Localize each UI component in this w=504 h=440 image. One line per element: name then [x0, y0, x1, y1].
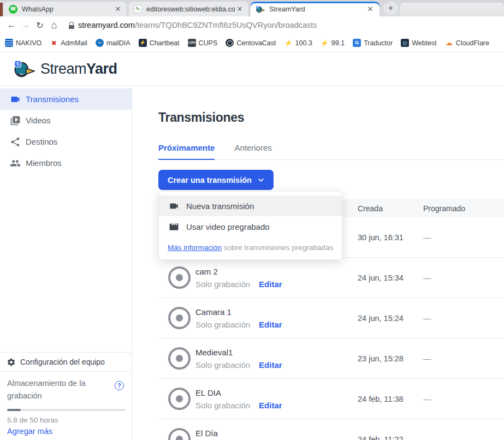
help-icon[interactable]: ?	[115, 381, 124, 390]
bookmark-label: CentovaCast	[236, 39, 276, 47]
created-cell: 24 feb, 11:38	[358, 395, 423, 403]
maildia-icon	[96, 39, 104, 47]
browser-tab-bar: WhatsApp editoresweb:sitioweb:eldia.co S…	[0, 0, 504, 16]
table-row[interactable]: Medieval1 Solo grabación Editar 23 jun, …	[158, 338, 504, 379]
broadcast-text: Camara 1 Solo grabación Editar	[195, 307, 282, 329]
url-path: /teams/TQDhBC9ZNTmft6z5UsQVRyon/broadcas…	[135, 21, 317, 29]
bookmark-item[interactable]: CentovaCast	[226, 39, 276, 47]
team-settings-button[interactable]: Configuración del equipo	[0, 352, 132, 371]
create-broadcast-button[interactable]: Crear una transmisión	[158, 170, 274, 190]
dropdown-info-text: Más información sobre transmisiones preg…	[159, 237, 342, 259]
sidebar-item-destinos[interactable]: Destinos	[0, 131, 132, 152]
bookmark-label: AdmMail	[61, 39, 87, 47]
sidebar-item-videos[interactable]: Videos	[0, 110, 132, 131]
sidebar-item-transmisiones[interactable]: Transmisiones	[0, 88, 132, 110]
more-info-link[interactable]: Más información	[168, 243, 222, 252]
created-cell: 23 jun, 15:28	[358, 354, 423, 363]
app-header: StreamYard	[0, 52, 504, 86]
broadcast-subtitle: Solo grabación	[195, 401, 250, 410]
table-row[interactable]: EL DIA Solo grabación Editar 24 feb, 11:…	[158, 379, 504, 419]
bookmark-item[interactable]: mailDIA	[96, 39, 131, 47]
reload-icon[interactable]	[33, 18, 47, 32]
share-icon	[10, 136, 21, 147]
tab-anteriores[interactable]: Anteriores	[234, 143, 271, 159]
sidebar-item-label: Videos	[26, 116, 51, 125]
bookmark-item[interactable]: CUPS	[188, 39, 218, 47]
created-cell: 24 jun, 15:34	[358, 273, 423, 282]
bookmark-label: mailDIA	[106, 39, 131, 47]
streamyard-logo-icon	[13, 59, 35, 79]
brand-wordmark: StreamYard	[40, 61, 117, 78]
edit-link[interactable]: Editar	[259, 280, 282, 289]
browser-tab-whatsapp[interactable]: WhatsApp	[4, 2, 127, 16]
sidebar-item-miembros[interactable]: Miembros	[0, 152, 132, 174]
team-settings-label: Configuración del equipo	[20, 358, 105, 366]
back-icon[interactable]	[4, 18, 19, 32]
browser-tab-streamyard[interactable]: StreamYard	[251, 2, 380, 16]
bookmark-item[interactable]: Traductor	[353, 39, 393, 47]
edit-link[interactable]: Editar	[259, 320, 282, 329]
sidebar: Transmisiones Videos Destinos Miembros C…	[0, 86, 132, 440]
tab-proximamente[interactable]: Próximamente	[158, 143, 215, 159]
brand-stream: Stream	[40, 61, 86, 77]
menu-item-usar-video-pregrabado[interactable]: Usar video pregrabado	[159, 216, 342, 237]
cloudflare-icon	[445, 39, 453, 47]
bookmark-label: CUPS	[199, 39, 218, 47]
main-content: Transmisiones Próximamente Anteriores Cr…	[132, 86, 504, 440]
home-icon[interactable]	[47, 18, 61, 32]
close-icon[interactable]	[114, 5, 122, 14]
tab-bar-spacer	[400, 3, 504, 16]
bookmark-item[interactable]: 100.3	[284, 39, 312, 47]
table-row[interactable]: Camara 1 Solo grabación Editar 24 jun, 1…	[158, 298, 504, 338]
lock-icon	[69, 22, 74, 29]
broadcast-title: Medieval1	[195, 348, 282, 357]
url-field[interactable]: streamyard.com/teams/TQDhBC9ZNTmft6z5UsQ…	[78, 21, 317, 29]
broadcast-subtitle: Solo grabación	[195, 320, 250, 329]
close-icon[interactable]	[366, 5, 375, 14]
column-header-scheduled: Programado	[423, 204, 504, 213]
bookmark-item[interactable]: 99.1	[321, 39, 345, 47]
centovacast-icon	[226, 39, 234, 47]
broadcast-title: El Día	[195, 429, 282, 438]
broadcast-text: El Día Solo grabación Editar	[195, 429, 282, 440]
whatsapp-icon	[9, 5, 17, 14]
videocam-icon	[169, 201, 179, 211]
broadcast-subtitle: Solo grabación	[195, 280, 250, 289]
create-broadcast-label: Crear una transmisión	[168, 176, 252, 185]
storage-panel: Almacenamiento de la grabación ? 5.8 de …	[0, 371, 132, 440]
menu-item-nueva-transmision[interactable]: Nueva transmisión	[159, 195, 342, 216]
table-row[interactable]: cam 2 Solo grabación Editar 24 jun, 15:3…	[158, 258, 504, 298]
created-cell: 30 jun, 16:31	[358, 233, 423, 242]
bookmark-item[interactable]: CloudFlare	[445, 39, 489, 47]
tab-title: StreamYard	[269, 5, 366, 13]
edit-link[interactable]: Editar	[259, 401, 282, 410]
gear-icon	[7, 358, 16, 367]
broadcast-text: EL DIA Solo grabación Editar	[195, 388, 282, 410]
browser-tab-editoresweb[interactable]: editoresweb:sitioweb:eldia.co	[129, 2, 249, 16]
column-header-created: Creada	[358, 204, 423, 213]
people-icon	[10, 158, 21, 169]
bookmark-item[interactable]: NAKIVO	[5, 39, 41, 47]
info-suffix: sobre transmisiones pregrabadas	[224, 243, 333, 252]
close-icon[interactable]	[235, 5, 244, 14]
tab-title: WhatsApp	[22, 5, 114, 13]
storage-progress-bar	[7, 409, 126, 411]
table-row[interactable]: El Día Solo grabación Editar 24 feb, 11:…	[158, 419, 504, 440]
bookmark-label: CloudFlare	[456, 39, 489, 47]
admmail-icon	[50, 39, 58, 47]
create-dropdown-menu: Nueva transmisión Usar video pregrabado …	[158, 191, 342, 260]
forward-icon[interactable]	[19, 18, 33, 32]
bookmark-item[interactable]: Webtest	[401, 39, 437, 47]
edit-link[interactable]: Editar	[259, 360, 282, 370]
sidebar-item-label: Miembros	[26, 158, 62, 168]
created-cell: 24 feb, 11:22	[358, 435, 423, 440]
new-tab-button[interactable]: +	[383, 2, 398, 15]
bookmark-item[interactable]: Chartbeat	[139, 39, 180, 47]
bookmark-label: Webtest	[412, 39, 437, 47]
add-more-link[interactable]: Agregar más	[7, 427, 124, 436]
bookmark-label: Chartbeat	[150, 39, 180, 47]
bookmark-label: Traductor	[364, 39, 393, 47]
bookmark-item[interactable]: AdmMail	[50, 39, 87, 47]
record-icon	[168, 428, 191, 440]
menu-item-label: Nueva transmisión	[186, 201, 254, 211]
